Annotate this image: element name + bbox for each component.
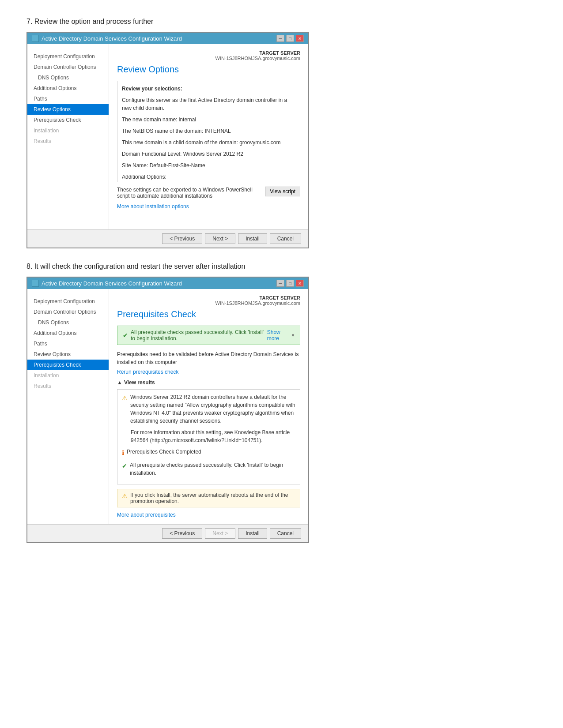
install-button-2[interactable]: Install xyxy=(238,528,267,539)
sidebar-item-additional-options-2[interactable]: Additional Options xyxy=(27,328,109,338)
sidebar-item-deployment-config-2[interactable]: Deployment Configuration xyxy=(27,296,109,307)
sidebar-item-installation-1: Installation xyxy=(27,125,109,136)
wizard-header-block-2: TARGET SERVER WIN-1SJ8RHOMJSA.groovymusi… xyxy=(117,295,300,306)
cancel-button-2[interactable]: Cancel xyxy=(270,528,301,539)
previous-button-1[interactable]: < Previous xyxy=(162,233,202,244)
titlebar-controls-1: ─ □ ✕ xyxy=(276,35,304,42)
review-line-7: Additional Options: xyxy=(122,173,295,181)
more-link-1[interactable]: More about installation options xyxy=(117,203,189,210)
sidebar-item-paths-1[interactable]: Paths xyxy=(27,94,109,104)
view-script-button[interactable]: View script xyxy=(265,187,300,196)
banner-right: Show more × xyxy=(267,329,295,341)
wizard-window-1: Active Directory Domain Services Configu… xyxy=(26,32,309,248)
review-line-1: Configure this server as the first Activ… xyxy=(122,96,295,112)
wizard-titlebar-2: Active Directory Domain Services Configu… xyxy=(27,278,308,289)
show-more-link[interactable]: Show more xyxy=(267,329,285,341)
view-results-header: ▲ View results xyxy=(117,379,300,386)
review-line-4: This new domain is a child domain of the… xyxy=(122,139,295,146)
wizard-footer-2: < Previous Next > Install Cancel xyxy=(27,524,308,542)
result-text-2: For more information about this setting,… xyxy=(131,428,295,444)
wizard-page-title-1: Review Options xyxy=(117,64,300,75)
result-text-3: Prerequisites Check Completed xyxy=(127,448,201,458)
wizard-content-1: TARGET SERVER WIN-1SJ8RHOMJSA.groovymusi… xyxy=(109,44,308,229)
sidebar-item-prereq-check-1[interactable]: Prerequisites Check xyxy=(27,115,109,125)
wizard-header-block-1: TARGET SERVER WIN-1SJ8RHOMJSA.groovymusi… xyxy=(117,50,300,61)
export-text: These settings can be exported to a Wind… xyxy=(117,187,261,199)
sidebar-item-results-1: Results xyxy=(27,136,109,146)
sidebar-item-paths-2[interactable]: Paths xyxy=(27,338,109,349)
result-item-4: ✔ All prerequisite checks passed success… xyxy=(122,461,295,477)
sidebar-item-prereq-check-2[interactable]: Prerequisites Check xyxy=(27,360,109,370)
banner-check-icon: ✔ xyxy=(123,332,128,339)
titlebar-app-icon-2 xyxy=(32,280,39,287)
wizard-footer-1: < Previous Next > Install Cancel xyxy=(27,229,308,248)
target-label-2: TARGET SERVER xyxy=(260,295,301,300)
wizard-body-1: Deployment Configuration Domain Controll… xyxy=(27,44,308,229)
bottom-warning-text: If you click Install, the server automat… xyxy=(130,492,295,504)
next-button-1[interactable]: Next > xyxy=(205,233,235,244)
titlebar-controls-2: ─ □ ✕ xyxy=(276,280,304,287)
target-server-1: WIN-1SJ8RHOMJSA.groovymusic.com xyxy=(215,56,300,61)
result-item-3: ℹ Prerequisites Check Completed xyxy=(122,448,295,458)
results-box: ⚠ Windows Server 2012 R2 domain controll… xyxy=(117,389,300,484)
review-line-5: Domain Functional Level: Windows Server … xyxy=(122,150,295,158)
banner-text: All prerequisite checks passed successfu… xyxy=(131,329,267,341)
warning-icon-1: ⚠ xyxy=(122,394,128,425)
banner-left: ✔ All prerequisite checks passed success… xyxy=(123,329,267,341)
sidebar-item-installation-2: Installation xyxy=(27,370,109,381)
review-heading: Review your selections: xyxy=(122,85,295,93)
result-item-2: For more information about this setting,… xyxy=(131,428,295,444)
titlebar-app-icon-1 xyxy=(32,35,39,42)
warning-icon-2: ⚠ xyxy=(122,492,128,499)
minimize-btn-1[interactable]: ─ xyxy=(276,35,284,42)
sidebar-item-results-2: Results xyxy=(27,381,109,391)
wizard-window-2: Active Directory Domain Services Configu… xyxy=(26,277,309,543)
prereq-banner: ✔ All prerequisite checks passed success… xyxy=(117,326,300,345)
bottom-warning: ⚠ If you click Install, the server autom… xyxy=(117,489,300,507)
wizard-page-title-2: Prerequisites Check xyxy=(117,309,300,319)
maximize-btn-1[interactable]: □ xyxy=(286,35,294,42)
wizard-body-2: Deployment Configuration Domain Controll… xyxy=(27,289,308,524)
sidebar-item-review-options-2[interactable]: Review Options xyxy=(27,349,109,360)
sidebar-item-dns-options-2[interactable]: DNS Options xyxy=(27,317,109,328)
wizard-content-2: TARGET SERVER WIN-1SJ8RHOMJSA.groovymusi… xyxy=(109,289,308,524)
sidebar-item-dc-options-2[interactable]: Domain Controller Options xyxy=(27,307,109,317)
step8-heading: 8. It will check the configuration and r… xyxy=(26,263,537,270)
close-btn-2[interactable]: ✕ xyxy=(296,280,304,287)
wizard-titlebar-1: Active Directory Domain Services Configu… xyxy=(27,33,308,44)
chevron-down-icon: ▲ xyxy=(117,379,122,386)
install-button-1[interactable]: Install xyxy=(238,233,267,244)
maximize-btn-2[interactable]: □ xyxy=(286,280,294,287)
banner-close-icon[interactable]: × xyxy=(291,332,295,338)
titlebar-left-1: Active Directory Domain Services Configu… xyxy=(32,35,182,42)
sidebar-item-review-options-1[interactable]: Review Options xyxy=(27,104,109,115)
wizard-sidebar-2: Deployment Configuration Domain Controll… xyxy=(27,289,109,524)
rerun-link[interactable]: Rerun prerequisites check xyxy=(117,369,300,375)
review-line-6: Site Name: Default-First-Site-Name xyxy=(122,161,295,169)
cancel-button-1[interactable]: Cancel xyxy=(270,233,301,244)
minimize-btn-2[interactable]: ─ xyxy=(276,280,284,287)
titlebar-left-2: Active Directory Domain Services Configu… xyxy=(32,280,182,287)
export-section: These settings can be exported to a Wind… xyxy=(117,187,300,199)
sidebar-item-dns-options-1[interactable]: DNS Options xyxy=(27,72,109,83)
result-item-1: ⚠ Windows Server 2012 R2 domain controll… xyxy=(122,393,295,425)
next-button-2[interactable]: Next > xyxy=(205,528,235,539)
step7-heading: 7. Review the option and process further xyxy=(26,18,537,26)
prereq-desc: Prerequisites need to be validated befor… xyxy=(117,350,300,366)
review-text-box[interactable]: Review your selections: Configure this s… xyxy=(117,81,300,182)
close-btn-1[interactable]: ✕ xyxy=(296,35,304,42)
result-text-4: All prerequisite checks passed successfu… xyxy=(130,461,295,477)
target-label-1: TARGET SERVER xyxy=(260,50,301,56)
previous-button-2[interactable]: < Previous xyxy=(162,528,202,539)
review-line-3: The NetBIOS name of the domain: INTERNAL xyxy=(122,127,295,135)
result-text-1: Windows Server 2012 R2 domain controller… xyxy=(130,393,295,425)
check-icon-1: ✔ xyxy=(122,462,127,477)
review-line-2: The new domain name: internal xyxy=(122,116,295,124)
sidebar-item-dc-options-1[interactable]: Domain Controller Options xyxy=(27,62,109,72)
sidebar-item-deployment-config-1[interactable]: Deployment Configuration xyxy=(27,51,109,62)
wizard-sidebar-1: Deployment Configuration Domain Controll… xyxy=(27,44,109,229)
more-link-2[interactable]: More about prerequisites xyxy=(117,512,176,518)
target-server-2: WIN-1SJ8RHOMJSA.groovymusic.com xyxy=(215,300,300,306)
wizard-title-1: Active Directory Domain Services Configu… xyxy=(42,35,182,42)
sidebar-item-additional-options-1[interactable]: Additional Options xyxy=(27,83,109,94)
